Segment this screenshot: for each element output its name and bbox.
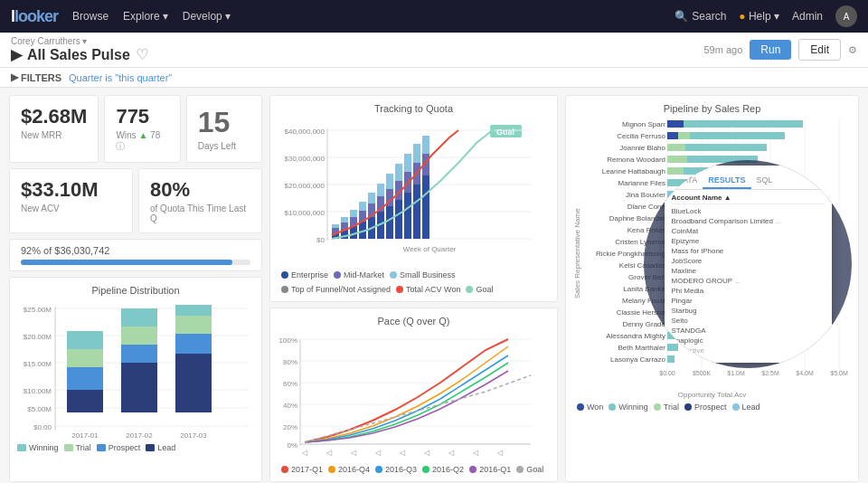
svg-rect-50 [422,175,429,239]
svg-text:$500K: $500K [693,370,712,376]
svg-text:$40,000,000: $40,000,000 [285,128,326,136]
svg-rect-20 [175,354,212,412]
modal-table-header: Account Name ▲ [672,194,825,204]
svg-rect-48 [404,193,411,239]
svg-rect-23 [175,305,212,316]
svg-rect-155 [667,355,675,363]
svg-text:Denny Grade: Denny Grade [622,320,665,328]
svg-text:Lasonya Carrazo: Lasonya Carrazo [610,355,665,364]
svg-rect-111 [667,132,673,139]
wins-value: 775 [116,105,168,128]
modal-row-pingar: Pingar [672,296,825,306]
svg-rect-64 [350,210,357,217]
legend-2016q4: 2016-Q4 [328,465,370,474]
tracking-chart: Goal $40,000,000 $30,000,000 $20,000,000… [278,118,540,267]
nav-develop[interactable]: Develop ▾ [183,10,231,23]
svg-text:Alessandra Mighty: Alessandra Mighty [606,332,665,340]
svg-rect-65 [359,202,366,211]
svg-text:◁: ◁ [375,449,382,457]
admin-menu[interactable]: Admin [792,10,823,23]
pipeline-dist-chart: $25.00M $20.00M $15.00M $10.00M $5.00M $… [17,299,252,440]
svg-text:40%: 40% [283,402,297,410]
title-area: Corey Carruthers ▾ ▶ All Sales Pulse ♡ [11,36,148,63]
modal-row-standga: STANDGA [672,326,825,336]
modal-tabs: DATA RESULTS SQL [672,173,825,190]
nav-browse[interactable]: Browse [72,10,108,23]
svg-text:◁: ◁ [326,449,333,457]
filter-arrow-icon: ▶ [11,71,18,83]
trial-color [64,444,73,451]
quota-sub-value: 92% of $36,030,742 [21,245,109,256]
svg-text:$10.00M: $10.00M [24,387,52,395]
modal-row-epizyme: Epizyme [672,236,825,246]
search-label: Search [692,10,726,23]
user-avatar[interactable]: A [835,5,857,27]
svg-text:60%: 60% [283,380,297,388]
legend-trial-rep: Trial [654,402,679,412]
svg-text:$0: $0 [316,236,325,244]
left-column: $2.68M New MRR 775 Wins ▲ 78 ⓘ 15 Days L… [9,95,262,482]
modal-table-body: BlueLock Broadband Comparison Limited ..… [672,206,825,355]
svg-text:◁: ◁ [497,449,504,457]
main-content: $2.68M New MRR 775 Wins ▲ 78 ⓘ 15 Days L… [0,88,868,478]
svg-rect-69 [395,164,402,181]
pace-legend: 2017-Q1 2016-Q4 2016-Q3 2016-Q2 2016-Q1 [278,465,550,474]
svg-text:◁: ◁ [351,449,357,457]
pace-chart: 100% 80% 60% 40% 20% 0% [278,330,540,461]
wins-change: 78 [150,130,160,140]
kpi-row-2: $33.10M New ACV 80% of Quota This Time L… [9,168,262,233]
filter-label: ▶ FILTERS [11,71,61,83]
mrr-value: $2.68M [21,105,87,128]
svg-text:Week of Quarter: Week of Quarter [403,245,457,253]
edit-button[interactable]: Edit [798,39,841,61]
quota-bar-bg [21,260,250,265]
mid-column: Tracking to Quota Goal $40,000,000 $30,0… [269,95,558,482]
modal-overlay: DATA RESULTS SQL Account Name ▲ BlueLock… [644,160,852,368]
svg-text:Beth Marthaler: Beth Marthaler [618,344,666,352]
svg-text:100%: 100% [279,336,297,345]
run-button[interactable]: Run [750,40,791,60]
svg-text:Cecilia Ferruso: Cecilia Ferruso [617,132,665,140]
favorite-icon[interactable]: ♡ [136,46,148,63]
pace-title: Pace (Q over Q) [278,316,550,327]
modal-row-jobscore: JobScore [672,256,825,266]
acv-value: $33.10M [21,178,121,202]
modal-row-mobero: MODERO GROUP ... [672,276,825,286]
svg-text:Mignon Sparr: Mignon Sparr [622,120,665,128]
quota-label: of Quota This Time Last Q [150,204,250,223]
svg-text:$0.00: $0.00 [33,423,52,431]
svg-text:◁: ◁ [448,449,455,457]
search-area[interactable]: 🔍 Search [675,10,726,23]
wins-card: 775 Wins ▲ 78 ⓘ [104,95,180,163]
svg-text:$20.00M: $20.00M [24,333,52,341]
modal-tab-results[interactable]: RESULTS [703,173,750,189]
pipeline-rep-title: Pipeline by Sales Rep [573,103,851,114]
modal-row-starbug: Starbug [672,306,825,316]
legend-2016q2: 2016-Q2 [422,465,464,474]
nav-explore[interactable]: Explore ▾ [123,10,168,23]
svg-text:◁: ◁ [400,449,406,457]
legend-goal-pace: Goal [516,465,543,474]
pipeline-dist-title: Pipeline Distribution [17,285,254,296]
acv-label: New ACV [21,204,121,213]
svg-rect-18 [121,327,157,345]
legend-total-acv: Total ACV Won [396,285,460,294]
svg-text:$15.00M: $15.00M [24,360,52,368]
svg-rect-106 [667,120,684,128]
legend-midmarket: Mid-Market [334,270,384,279]
sub-right: 59m ago Run Edit ⚙ [703,39,857,61]
svg-text:2017-02: 2017-02 [126,431,153,440]
svg-text:80%: 80% [283,358,297,366]
modal-tab-sql[interactable]: SQL [751,173,778,189]
svg-text:◁: ◁ [424,449,430,457]
filter-value[interactable]: Quarter is "this quarter" [69,72,172,83]
nav-right: 🔍 Search ● Help ▾ Admin A [675,5,857,27]
settings-icon[interactable]: ⚙ [848,44,857,56]
legend-2016q1: 2016-Q1 [469,465,511,474]
svg-text:Marianne Files: Marianne Files [618,179,665,187]
quota-card: 80% of Quota This Time Last Q [138,168,262,233]
help-menu[interactable]: ● Help ▾ [739,10,779,23]
lead-color [146,444,155,451]
svg-text:$25.00M: $25.00M [24,306,52,314]
svg-text:$30,000,000: $30,000,000 [285,155,326,163]
